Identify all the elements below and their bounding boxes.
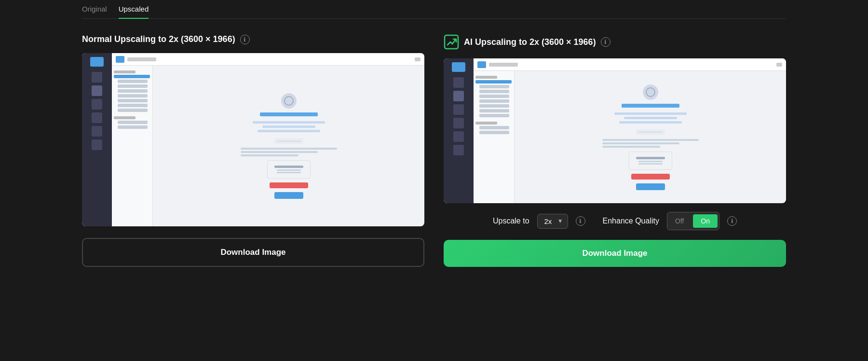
mock-restart-btn-right <box>631 174 670 180</box>
mock-nav-right-item-8 <box>479 126 509 129</box>
mock-sidebar-icon-3 <box>92 99 102 110</box>
mock-sidebar-logo-right <box>452 62 465 72</box>
right-image-preview <box>444 58 786 203</box>
mock-sidebar-icon-5 <box>92 126 102 137</box>
upscale-select[interactable]: 1x 2x 4x <box>537 214 568 229</box>
right-download-button[interactable]: Download Image <box>444 240 786 267</box>
tab-upscaled[interactable]: Upscaled <box>119 5 149 19</box>
enhance-label: Enhance Quality <box>603 217 659 225</box>
mock-topbar-text-right <box>489 63 518 67</box>
mock-restart-title <box>274 166 303 168</box>
mock-main-line-2 <box>262 125 315 128</box>
left-info-icon[interactable]: ℹ <box>240 35 250 44</box>
mock-topbar-logo <box>116 56 124 63</box>
left-download-button[interactable]: Download Image <box>82 238 424 267</box>
right-mock-screenshot <box>444 58 786 203</box>
mock-nav-right-item-4 <box>479 99 509 103</box>
controls-row: Upscale to 1x 2x 4x ▼ ℹ Enhance Quality … <box>444 212 786 230</box>
toggle-on-option[interactable]: On <box>693 214 718 228</box>
mock-topbar-dots-right <box>776 63 782 67</box>
mock-sidebar-left <box>82 53 112 226</box>
mock-main-title-left <box>260 112 318 116</box>
mock-nav-section-2 <box>114 116 136 119</box>
mock-main-line-3 <box>258 130 320 132</box>
mock-restart-line-2 <box>277 172 301 173</box>
mock-nav-item-3 <box>118 89 148 93</box>
mock-restart-right-line-2 <box>638 163 663 165</box>
mock-main-right <box>515 71 786 203</box>
mock-nav-right-item-6 <box>479 109 509 112</box>
enhance-quality-toggle[interactable]: Off On <box>667 212 719 230</box>
mock-topbar-text <box>127 57 156 61</box>
mock-restart-right-line-1 <box>638 161 663 162</box>
mock-main-right-text-block <box>602 139 699 148</box>
upscale-select-wrapper: 1x 2x 4x ▼ <box>537 214 568 229</box>
mock-nav-left <box>112 66 153 226</box>
mock-sidebar-right-icon-4 <box>453 118 464 128</box>
mock-nav-item-selected <box>114 75 150 78</box>
mock-nav-item-5 <box>118 99 148 102</box>
mock-text-line-2 <box>241 151 318 153</box>
mock-nav-section <box>114 70 136 73</box>
right-section-header: AI Upscaling to 2x (3600 × 1966) ℹ <box>444 34 786 50</box>
tab-original[interactable]: Original <box>82 5 107 19</box>
mock-main-icon-left <box>281 93 297 109</box>
mock-nav-right-item-1 <box>479 85 509 88</box>
mock-nav-right-item-2 <box>479 90 509 93</box>
mock-main-title-right <box>622 104 679 108</box>
columns-wrapper: Normal Upscaling to 2x (3600 × 1966) ℹ <box>82 34 786 267</box>
mock-restart-box <box>267 160 311 179</box>
mock-main-right-line-2 <box>624 117 677 119</box>
mock-main-icon-right <box>643 84 658 100</box>
mock-main-right-line-1 <box>614 112 687 115</box>
mock-nav-item-4 <box>118 94 148 97</box>
mock-nav-right <box>474 71 515 203</box>
mock-nav-right-item-3 <box>479 95 509 98</box>
mock-get-started-btn-right <box>636 183 665 190</box>
mock-sidebar-right-icon-3 <box>453 104 464 115</box>
mock-nav-item-2 <box>118 84 148 88</box>
mock-main-divider <box>274 138 303 144</box>
mock-text-line-3 <box>241 154 298 156</box>
mock-nav-right-section-2 <box>475 122 497 125</box>
mock-sidebar-icon-2 <box>92 85 102 96</box>
mock-nav-item-7 <box>118 109 148 112</box>
mock-text-line-1 <box>241 148 337 150</box>
mock-main-line-1 <box>253 121 325 124</box>
mock-text-right-line-2 <box>602 142 679 144</box>
mock-nav-item-9 <box>118 125 148 129</box>
mock-sidebar-right-icon-2 <box>453 91 464 101</box>
ai-upscale-icon <box>444 34 459 50</box>
upscale-info-icon[interactable]: ℹ <box>576 216 585 226</box>
left-mock-screenshot <box>82 53 424 226</box>
left-section-header: Normal Upscaling to 2x (3600 × 1966) ℹ <box>82 34 424 44</box>
mock-nav-right-item-9 <box>479 131 509 134</box>
mock-sidebar-right-icon-5 <box>453 131 464 142</box>
mock-sidebar-logo-left <box>90 57 104 67</box>
mock-nav-item-6 <box>118 104 148 107</box>
mock-sidebar-icon-6 <box>92 139 102 150</box>
mock-nav-right-item-selected <box>475 80 512 83</box>
mock-nav-right-section <box>475 76 497 79</box>
enhance-info-icon[interactable]: ℹ <box>727 216 737 226</box>
mock-body-right <box>474 71 786 203</box>
mock-restart-title-right <box>636 157 665 159</box>
mock-main-right-divider <box>636 129 665 135</box>
mock-restart-btn <box>270 182 308 188</box>
left-column: Normal Upscaling to 2x (3600 × 1966) ℹ <box>82 34 424 267</box>
mock-topbar-dots <box>415 57 420 61</box>
mock-sidebar-right <box>444 58 474 203</box>
right-column: AI Upscaling to 2x (3600 × 1966) ℹ <box>444 34 786 267</box>
mock-main-text-block <box>241 148 337 156</box>
left-section-title: Normal Upscaling to 2x (3600 × 1966) <box>82 34 235 44</box>
mock-restart-box-right <box>629 152 672 170</box>
toggle-off-option[interactable]: Off <box>667 214 692 228</box>
mock-sidebar-icon-1 <box>92 72 102 83</box>
mock-text-right-line-3 <box>602 146 660 148</box>
mock-nav-right-item-7 <box>479 114 509 117</box>
upscale-label: Upscale to <box>493 217 529 225</box>
right-info-icon[interactable]: ℹ <box>601 37 610 47</box>
mock-restart-line-1 <box>277 169 301 171</box>
mock-sidebar-right-icon-1 <box>453 77 464 88</box>
mock-topbar-left <box>112 53 424 66</box>
